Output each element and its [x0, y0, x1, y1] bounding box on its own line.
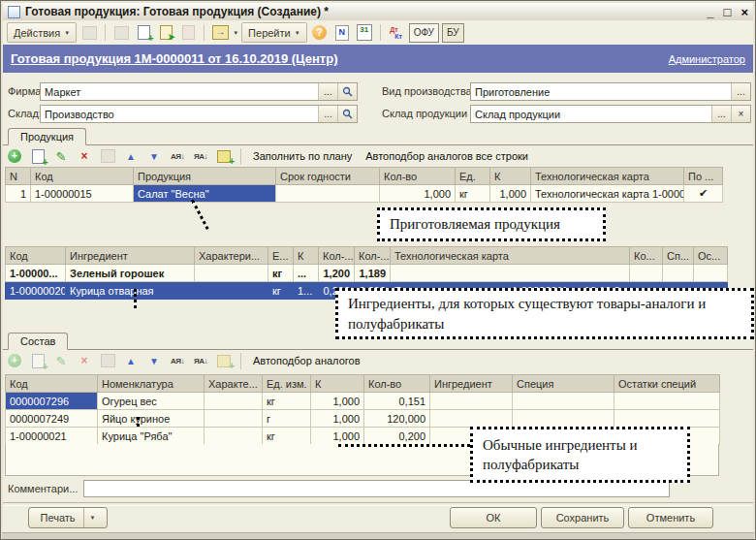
ofu-button[interactable]: ОФУ [409, 23, 439, 43]
save-order-icon[interactable] [98, 352, 117, 370]
firm-field[interactable]: Маркет ... [40, 82, 358, 101]
cell-name[interactable]: Курица "Ряба" [98, 428, 205, 445]
autofill-icon[interactable]: + [214, 352, 234, 370]
edit-row-icon[interactable]: ✎ [51, 352, 71, 370]
cell-product-selected[interactable]: Салат "Весна" [134, 185, 276, 203]
column-header[interactable]: Характери... [195, 247, 268, 265]
copy-row-icon[interactable]: + [28, 352, 47, 370]
autofill-icon[interactable]: + [214, 147, 234, 166]
column-header[interactable]: Ингредиент [430, 375, 513, 393]
cell-qty[interactable]: 0,151 [364, 393, 430, 410]
column-header[interactable]: Номенклатура [98, 375, 205, 393]
column-header[interactable]: Кол-во [364, 375, 430, 393]
column-header[interactable]: Специя [513, 375, 614, 393]
cell-code[interactable]: 1-00000015 [31, 185, 134, 203]
cell-ingredient[interactable]: Зеленый горошек [66, 265, 195, 282]
column-header[interactable]: Ед. [456, 168, 490, 185]
cell-k[interactable]: 1,000 [311, 393, 364, 410]
cell-spice-rest[interactable] [614, 393, 720, 410]
table-row[interactable]: 0000007296 Огурец вес кг 1,000 0,151 [6, 393, 720, 410]
column-header[interactable]: Код [6, 375, 98, 393]
cell-code[interactable]: 1-00000... [6, 265, 66, 282]
auto-analogs-button[interactable]: Автоподбор аналогов [248, 355, 365, 366]
close-button[interactable]: × [740, 5, 748, 19]
column-header[interactable]: Срок годности [276, 168, 380, 185]
table-row[interactable]: 1 1-00000015 Салат "Весна" 1,000 кг 1,00… [6, 185, 723, 203]
column-header[interactable]: К [294, 247, 319, 265]
delete-row-icon[interactable]: × [75, 352, 94, 370]
add-row-icon[interactable]: + [5, 147, 24, 166]
copy-row-icon[interactable]: + [28, 147, 47, 166]
debit-credit-icon[interactable]: ДтКт [387, 23, 406, 42]
product-warehouse-field[interactable]: Склад продукции ... × [470, 105, 751, 123]
column-header[interactable]: Код [31, 168, 134, 185]
magnifier-icon[interactable] [337, 83, 357, 100]
cell-ingredient[interactable] [430, 410, 513, 428]
table-row[interactable]: 0000007249 Яйцо куриное г 1,000 120,000 [6, 410, 720, 428]
minimize-button[interactable]: _ [707, 5, 713, 19]
print-button[interactable]: Печать ▼ [28, 507, 108, 528]
chevron-down-icon[interactable]: ▼ [83, 508, 96, 527]
cell-code-selected[interactable]: 0000007296 [6, 393, 98, 410]
column-header[interactable]: Технологическая карта [531, 168, 684, 185]
add-row-icon[interactable]: + [5, 352, 24, 370]
tab-composition[interactable]: Состав [8, 333, 68, 350]
ellipsis-button[interactable]: ... [731, 83, 750, 100]
warehouse-field[interactable]: Производство ... [40, 105, 358, 123]
unpost-document-icon[interactable] [178, 23, 198, 42]
ok-button[interactable]: ОК [450, 507, 537, 528]
cell-tech-card[interactable]: Технологическая карта 1-00000012... [531, 185, 684, 203]
cell-name[interactable]: Огурец вес [98, 393, 205, 410]
cell-ko[interactable] [630, 265, 663, 282]
move-down-icon[interactable]: ▼ [144, 147, 164, 166]
column-header[interactable]: Сп... [663, 247, 694, 265]
export-icon[interactable]: → [210, 23, 230, 42]
cell-char[interactable] [205, 410, 263, 428]
document-number-icon[interactable]: N [332, 23, 352, 42]
chevron-down-icon[interactable]: ▼ [233, 30, 238, 36]
save-icon[interactable] [79, 23, 99, 42]
auto-analogs-all-button[interactable]: Автоподбор аналогов все строки [361, 150, 533, 162]
cell-qty[interactable]: 120,000 [364, 410, 430, 428]
delete-row-icon[interactable]: × [75, 147, 94, 166]
column-header[interactable]: Продукция [134, 168, 276, 185]
cell-k[interactable]: 1,000 [311, 428, 364, 445]
move-up-icon[interactable]: ▲ [121, 147, 141, 166]
cancel-button[interactable]: Отменить [628, 507, 713, 528]
save-button[interactable]: Сохранить [541, 507, 624, 528]
column-header[interactable]: Технологическая карта [391, 247, 630, 265]
actions-button[interactable]: Действия ▼ [7, 22, 77, 43]
move-up-icon[interactable]: ▲ [121, 352, 141, 370]
ellipsis-button[interactable]: ... [318, 83, 337, 100]
document-title-link[interactable]: Готовая продукция 1М-0000011 от 16.10.20… [11, 51, 337, 66]
column-header[interactable]: К [311, 375, 364, 393]
help-icon[interactable]: ? [310, 23, 330, 42]
post-document-icon[interactable]: ➤ [156, 23, 175, 42]
sort-desc-icon[interactable]: ЯА↓ [191, 147, 210, 166]
column-header[interactable]: Ед. изм. [263, 375, 311, 393]
magnifier-icon[interactable] [337, 106, 357, 122]
column-header[interactable]: N [6, 168, 31, 185]
column-header[interactable]: Ингредиент [66, 247, 195, 265]
save-order-icon[interactable] [98, 147, 117, 166]
column-header[interactable]: Кол-... [355, 247, 391, 265]
column-header[interactable]: Код [6, 247, 66, 265]
cell-qty[interactable]: 0,200 [364, 428, 430, 445]
cell-ingredient[interactable]: Курица отварная [66, 282, 195, 300]
cell-char[interactable] [195, 265, 268, 282]
cell-ingredient[interactable] [430, 393, 513, 410]
cell-unit[interactable]: кг [263, 393, 311, 410]
cell-code[interactable]: 1-00000020 [6, 282, 66, 300]
table-row[interactable]: 1-00000... Зеленый горошек кг ... 1,200 … [6, 265, 728, 282]
cell-spice[interactable] [513, 410, 614, 428]
cell-k[interactable]: 1,000 [490, 185, 531, 203]
cell-expiry[interactable] [276, 185, 380, 203]
column-header[interactable]: Ко... [630, 247, 663, 265]
cell-spice-rest[interactable] [614, 410, 720, 428]
tab-products[interactable]: Продукция [8, 128, 86, 145]
cell-unit[interactable]: кг [456, 185, 490, 203]
cell-char[interactable] [195, 282, 268, 300]
cell-k[interactable]: ... [294, 265, 319, 282]
cell-n[interactable]: 1 [6, 185, 31, 203]
cell-unit[interactable]: кг [268, 265, 294, 282]
